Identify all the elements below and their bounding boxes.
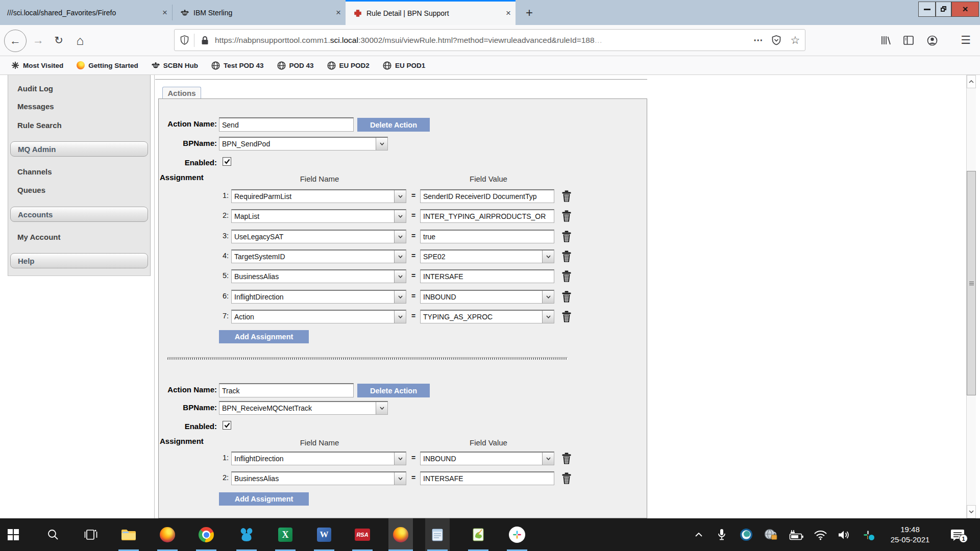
trash-icon[interactable] [561, 472, 572, 484]
menu-hamburger-icon[interactable]: ☰ [955, 30, 976, 51]
notepad-button[interactable] [425, 518, 450, 551]
home-button[interactable]: ⌂ [70, 30, 90, 51]
minimize-button[interactable] [918, 2, 936, 17]
tab-close-icon[interactable]: × [158, 6, 172, 20]
bookmark-scbn-hub[interactable]: SCBN Hub [152, 62, 198, 69]
enabled-checkbox[interactable] [223, 421, 231, 430]
webex-icon[interactable] [737, 518, 755, 551]
sidebar-item-channels[interactable]: Channels [17, 167, 52, 176]
add-assignment-button[interactable]: Add Assignment [219, 492, 309, 506]
file-explorer-button[interactable] [116, 518, 141, 551]
dropdown-arrow-icon[interactable] [394, 270, 406, 283]
action-name-input[interactable]: Send [219, 117, 354, 132]
tab-close-icon[interactable]: × [331, 6, 346, 20]
tab-close-icon[interactable]: × [501, 6, 516, 20]
bpname-select[interactable]: BPN_ReceiveMQCNetTrack [219, 401, 388, 415]
action-name-input[interactable]: Track [219, 383, 354, 397]
reload-button[interactable]: ↻ [50, 30, 67, 51]
close-button[interactable]: × [951, 2, 979, 17]
sidebar-item-audit-log[interactable]: Audit Log [17, 84, 53, 93]
start-button[interactable] [1, 518, 26, 551]
browser-tab-2[interactable]: IBM Sterling × [173, 0, 346, 25]
pocket-shield-icon[interactable] [767, 35, 786, 45]
bookmark-pod-43[interactable]: POD 43 [277, 61, 314, 70]
account-icon[interactable] [922, 30, 942, 51]
bookmark-star-icon[interactable]: ☆ [786, 34, 805, 46]
dropdown-arrow-icon[interactable] [394, 453, 406, 465]
sidebar-item-my-account[interactable]: My Account [17, 233, 60, 241]
field-value-select[interactable]: INBOUND [420, 290, 554, 304]
chrome-button[interactable] [194, 518, 218, 551]
field-name-select[interactable]: BusinessAlias [231, 269, 406, 283]
trash-icon[interactable] [561, 270, 572, 282]
dropdown-arrow-icon[interactable] [376, 402, 387, 414]
delete-action-button[interactable]: Delete Action [357, 118, 430, 132]
dropdown-arrow-icon[interactable] [394, 210, 406, 222]
sidebar-item-queues[interactable]: Queues [17, 186, 45, 194]
volume-icon[interactable] [834, 518, 853, 551]
tab-actions[interactable]: Actions [162, 87, 201, 99]
restore-button[interactable] [936, 2, 951, 17]
field-name-select[interactable]: MapList [231, 209, 406, 223]
enabled-checkbox[interactable] [223, 157, 231, 166]
dropdown-arrow-icon[interactable] [394, 251, 406, 263]
dropdown-arrow-icon[interactable] [542, 251, 554, 263]
ibm-sametime-button[interactable] [234, 518, 259, 551]
dropdown-arrow-icon[interactable] [394, 311, 406, 323]
field-value-input[interactable]: true [420, 230, 554, 243]
field-value-select[interactable]: TYPING_AS_XPROC [420, 310, 554, 323]
slack-button[interactable] [505, 518, 529, 551]
dropdown-arrow-icon[interactable] [542, 291, 554, 303]
dropdown-arrow-icon[interactable] [542, 453, 554, 465]
field-value-select[interactable]: INBOUND [420, 452, 554, 465]
url-bar[interactable]: https://nabpnsupporttool.comm1.sci.local… [174, 29, 805, 51]
back-button[interactable]: ← [4, 30, 27, 52]
field-value-input[interactable]: INTERSAFE [420, 471, 554, 485]
field-name-select[interactable]: InflightDirection [231, 452, 406, 465]
dropdown-arrow-icon[interactable] [542, 311, 554, 323]
field-value-input[interactable]: INTER_TYPING_AIRPRODUCTS_OR [420, 209, 554, 223]
battery-icon[interactable] [786, 518, 805, 551]
dropdown-arrow-icon[interactable] [394, 190, 406, 203]
dropdown-arrow-icon[interactable] [394, 291, 406, 303]
notification-center-button[interactable]: 1 [943, 518, 972, 551]
delete-action-button[interactable]: Delete Action [357, 384, 430, 397]
excel-button[interactable]: X [273, 518, 298, 551]
forward-button[interactable]: → [30, 30, 47, 51]
lock-icon[interactable] [194, 36, 215, 45]
vpn-globe-lock-icon[interactable] [762, 518, 780, 551]
scroll-down-arrow[interactable] [967, 505, 976, 518]
task-view-button[interactable] [79, 518, 103, 551]
wifi-icon[interactable] [811, 518, 830, 551]
trash-icon[interactable] [561, 190, 572, 202]
field-name-select[interactable]: Action [231, 310, 406, 323]
bookmark-eu-pod1[interactable]: EU POD1 [383, 61, 425, 70]
trash-icon[interactable] [561, 311, 572, 322]
field-name-select[interactable]: TargetSystemID [231, 249, 406, 263]
sidebar-item-rule-search[interactable]: Rule Search [17, 121, 62, 130]
microphone-icon[interactable] [713, 518, 731, 551]
library-icon[interactable] [876, 30, 896, 51]
sidebar-section-help[interactable]: Help [10, 253, 148, 268]
firefox-button[interactable] [155, 518, 180, 551]
field-name-select[interactable]: InflightDirection [231, 290, 406, 304]
new-tab-button[interactable]: + [522, 5, 537, 20]
field-value-select[interactable]: SPE02 [420, 249, 554, 263]
word-button[interactable]: W [312, 518, 336, 551]
firefox-active-button[interactable] [388, 518, 413, 551]
page-actions-icon[interactable]: ⋯ [750, 34, 767, 46]
scroll-up-arrow[interactable] [967, 75, 976, 88]
bookmark-test-pod-43[interactable]: Test POD 43 [211, 61, 264, 70]
field-name-select[interactable]: UseLegacySAT [231, 230, 406, 243]
bookmark-most-visited[interactable]: Most Visited [11, 61, 63, 69]
browser-tab-1[interactable]: ///sci.local/shared_Favorites/Firefo × [0, 0, 172, 25]
notepad-plus-plus-button[interactable] [466, 518, 491, 551]
bookmark-eu-pod2[interactable]: EU POD2 [327, 61, 370, 70]
rsa-button[interactable]: RSA [350, 518, 375, 551]
trash-icon[interactable] [561, 210, 572, 222]
bookmark-getting-started[interactable]: Getting Started [77, 61, 138, 69]
dropdown-arrow-icon[interactable] [394, 231, 406, 243]
taskbar-clock[interactable]: 19:48 25-05-2021 [880, 518, 940, 551]
scrollbar-thumb[interactable] [967, 171, 976, 395]
scrollbar[interactable] [966, 75, 976, 518]
